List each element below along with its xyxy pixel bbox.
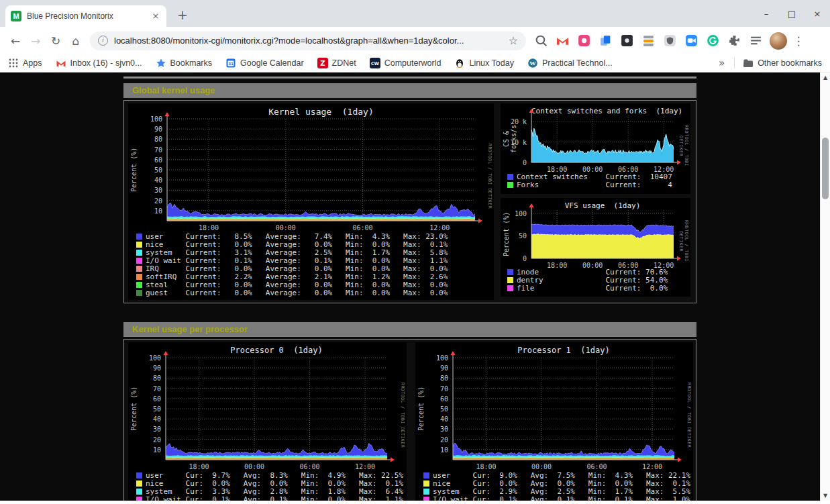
grammarly-icon[interactable] <box>706 34 720 48</box>
graph-legend: user Cur: 9.0% Avg: 7.5% Min: 4.3% Max: … <box>423 471 690 501</box>
dark-extension-icon[interactable] <box>620 34 634 48</box>
shield-icon[interactable] <box>663 34 677 48</box>
pink-extension-icon[interactable] <box>577 34 591 48</box>
y-tick-label: 80 <box>128 136 162 143</box>
legend-swatch <box>507 269 513 275</box>
zdnet-icon: Z <box>317 58 328 68</box>
new-tab-button[interactable]: + <box>174 7 191 23</box>
zoom-icon[interactable] <box>684 34 698 48</box>
horizontal-scrollbar-track[interactable] <box>0 501 830 504</box>
page-info-icon[interactable]: i <box>98 36 108 46</box>
legend-row-inode: inode Current: 70.6% <box>507 268 668 276</box>
bookmark-practical-technol[interactable]: WPractical Technol... <box>527 58 613 68</box>
y-tick-label: 100 <box>501 210 527 217</box>
bookmark-label: Computerworld <box>384 58 442 68</box>
address-bar[interactable]: i localhost:8080/monitorix-cgi/monitorix… <box>90 32 526 50</box>
other-bookmarks[interactable]: Other bookmarks <box>743 58 822 68</box>
legend-row-dentry: dentry Current: 54.0% <box>507 276 668 284</box>
browser-menu-icon[interactable]: ⋮ <box>791 34 806 48</box>
bookmark-label: ZDNet <box>332 58 356 68</box>
bookmark-star-icon[interactable]: ☆ <box>509 34 518 47</box>
legend-row-file: file Current: 0.0% <box>507 284 668 292</box>
bookmark-label: Inbox (16) - sjvn0... <box>70 58 142 68</box>
svg-text:Z: Z <box>320 60 325 67</box>
minimize-button[interactable]: – <box>762 9 771 19</box>
y-tick-label: 100 <box>128 115 162 123</box>
y-tick-label: 40 <box>128 177 162 184</box>
bookmark-linux-today[interactable]: Linux Today <box>454 58 514 68</box>
legend-text: guest Current: 0.0% Average: 0.0% Min: 0… <box>146 289 448 297</box>
bookmark-label: Google Calendar <box>240 58 304 68</box>
reading-list-icon[interactable] <box>749 34 763 48</box>
y-tick-label: 20 <box>128 436 161 444</box>
scroll-up-icon[interactable]: ▲ <box>821 74 830 81</box>
rrdtool-watermark: RRDTOOL / TOBI OETIKER <box>486 119 492 234</box>
tab-strip: M Blue Precision Monitorix × + – □ × <box>0 0 830 27</box>
x-tick-label: 18:00 <box>186 463 213 470</box>
y-tick-label: 30 <box>128 187 162 194</box>
bookmark-computerworld[interactable]: CWComputerworld <box>370 58 442 68</box>
forward-icon[interactable]: → <box>25 31 46 51</box>
scrollbar-thumb[interactable] <box>822 138 829 199</box>
bookmark-inbox-16-sjvn0[interactable]: Inbox (16) - sjvn0... <box>56 58 142 68</box>
y-tick-label: 60 <box>128 156 162 164</box>
graph-proc0[interactable]: Processor 0 (1day)Percent (%)10090807060… <box>128 342 407 501</box>
y-tick-label: 50 <box>128 166 162 174</box>
legend-swatch <box>136 472 142 478</box>
url-text[interactable]: localhost:8080/monitorix-cgi/monitorix.c… <box>114 36 503 46</box>
y-tick-label: 100 <box>415 354 448 362</box>
bookmark-google-calendar[interactable]: 31Google Calendar <box>225 58 304 68</box>
y-tick-label: 10 k <box>501 139 527 146</box>
graph-vfs[interactable]: VFS usage (1day)Percent (%)10050018:0000… <box>501 198 690 297</box>
legend-swatch <box>136 282 142 288</box>
browser-tab[interactable]: M Blue Precision Monitorix × <box>5 5 166 27</box>
pages-icon[interactable] <box>599 34 613 48</box>
x-tick-label: 12:00 <box>426 224 453 232</box>
bookmark-zdnet[interactable]: ZZDNet <box>317 58 356 68</box>
bookmark-bookmarks[interactable]: Bookmarks <box>156 58 213 68</box>
reload-icon[interactable]: ↻ <box>46 31 66 51</box>
legend-swatch <box>136 234 142 240</box>
rrdtool-watermark: RRDTOOL / TOBI OETIKER <box>685 358 692 473</box>
graph-proc1[interactable]: Processor 1 (1day)Percent (%)10090807060… <box>415 342 693 501</box>
browser-toolbar: ← → ↻ ⌂ i localhost:8080/monitorix-cgi/m… <box>0 27 830 54</box>
page-content: Global kernel usage Kernel usage (1day)P… <box>0 72 820 501</box>
bookmark-apps[interactable]: Apps <box>8 58 42 68</box>
legend-row-user: user Cur: 9.0% Avg: 7.5% Min: 4.3% Max: … <box>423 471 690 479</box>
vertical-scrollbar[interactable]: ▲ ▼ <box>820 72 830 501</box>
y-tick-label: 70 <box>415 385 448 393</box>
y-tick-label: 0 <box>501 159 527 166</box>
graph-title: Processor 1 (1day) <box>453 346 674 355</box>
y-tick-label: 60 <box>128 395 161 403</box>
extension-icons <box>534 34 763 48</box>
maximize-button[interactable]: □ <box>787 9 796 19</box>
search-icon[interactable] <box>534 34 548 48</box>
tab-close-icon[interactable]: × <box>150 11 161 21</box>
graph-legend: Context switches Current: 10407Forks Cur… <box>507 172 672 189</box>
y-tick-label: 80 <box>128 374 161 382</box>
profile-avatar[interactable] <box>770 32 787 50</box>
home-icon[interactable]: ⌂ <box>66 31 86 51</box>
puzzle-icon[interactable] <box>727 34 741 48</box>
scroll-down-icon[interactable]: ▼ <box>821 493 830 499</box>
stack-icon[interactable] <box>641 34 656 48</box>
gmail-icon[interactable] <box>556 34 570 48</box>
per-processor-graphs-box: Processor 0 (1day)Percent (%)10090807060… <box>123 339 696 501</box>
legend-row-user: user Cur: 9.7% Avg: 8.3% Min: 4.9% Max: … <box>136 471 403 479</box>
legend-row-irq: IRQ Current: 0.0% Average: 0.0% Min: 0.0… <box>136 264 448 272</box>
rrdtool-watermark: RRDTOOL / TOBI OETIKER <box>682 210 689 272</box>
svg-text:CW: CW <box>371 61 379 66</box>
bookmarks-overflow-icon[interactable]: » <box>719 57 725 69</box>
computerworld-icon: CW <box>370 58 380 68</box>
monitorix-main-column: Global kernel usage Kernel usage (1day)P… <box>123 72 696 501</box>
y-tick-label: 50 <box>415 405 448 413</box>
wordpress-icon: W <box>527 58 538 68</box>
back-icon[interactable]: ← <box>5 31 25 51</box>
graph-title: Kernel usage (1day) <box>167 107 475 117</box>
graph-context[interactable]: Context switches and forks (1day)CS & fo… <box>501 103 690 194</box>
graph-kernel[interactable]: Kernel usage (1day)Percent (%)1009080706… <box>128 103 494 300</box>
y-tick-label: 90 <box>415 364 448 372</box>
bookmarks-bar: AppsInbox (16) - sjvn0...Bookmarks31Goog… <box>0 54 830 72</box>
linux-icon <box>454 58 465 68</box>
window-close-button[interactable]: × <box>813 9 822 19</box>
